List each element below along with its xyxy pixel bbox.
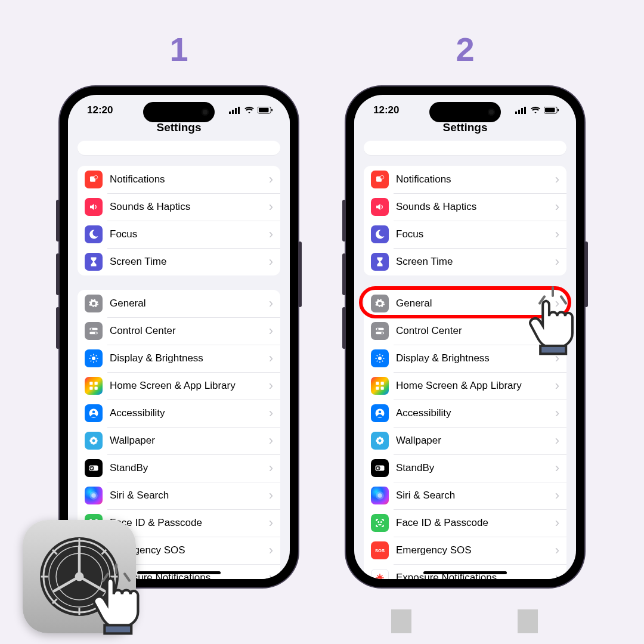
svg-point-8 <box>94 175 98 179</box>
svg-text:SOS: SOS <box>375 548 385 553</box>
settings-row-notifications[interactable]: Notifications › <box>364 166 566 193</box>
settings-row-accessibility[interactable]: Accessibility › <box>78 400 280 427</box>
svg-line-20 <box>96 355 97 357</box>
settings-row-standby[interactable]: StandBy › <box>78 454 280 482</box>
chevron-right-icon: › <box>555 352 559 365</box>
siri-icon <box>85 487 103 504</box>
svg-rect-5 <box>259 108 269 112</box>
svg-point-12 <box>95 332 97 334</box>
settings-row-accessibility[interactable]: Accessibility › <box>364 400 566 427</box>
settings-row-face-id-passcode[interactable]: Face ID & Passcode › <box>364 509 566 537</box>
home-indicator[interactable] <box>137 571 221 574</box>
settings-list[interactable]: Notifications › Sounds & Haptics › Focus… <box>354 166 576 579</box>
clock-icon <box>85 459 103 477</box>
svg-rect-22 <box>89 382 92 385</box>
settings-row-home-screen-app-library[interactable]: Home Screen & App Library › <box>364 372 566 400</box>
settings-row-label: Display & Brightness <box>396 352 555 364</box>
settings-row-label: Notifications <box>396 174 555 185</box>
settings-row-screen-time[interactable]: Screen Time › <box>78 248 280 275</box>
settings-row-display-brightness[interactable]: Display & Brightness › <box>78 345 280 372</box>
sos-icon: SOS <box>371 541 389 559</box>
chevron-right-icon: › <box>555 434 559 447</box>
settings-row-display-brightness[interactable]: Display & Brightness › <box>364 345 566 372</box>
chevron-right-icon: › <box>269 379 273 392</box>
svg-point-27 <box>92 411 95 414</box>
settings-row-notifications[interactable]: Notifications › <box>78 166 280 193</box>
settings-row-label: Wallpaper <box>396 435 555 447</box>
chevron-right-icon: › <box>269 352 273 365</box>
settings-row-emergency-sos[interactable]: SOS Emergency SOS › <box>364 537 566 564</box>
settings-app-icon[interactable] <box>23 520 136 633</box>
chevron-right-icon: › <box>555 324 559 338</box>
svg-point-36 <box>92 439 95 442</box>
decorative-square <box>518 609 538 633</box>
settings-list[interactable]: Notifications › Sounds & Haptics › Focus… <box>68 166 290 579</box>
clock-icon <box>371 459 389 477</box>
cellular-icon <box>515 107 527 114</box>
settings-row-sounds-haptics[interactable]: Sounds & Haptics › <box>364 193 566 221</box>
speaker-icon <box>371 198 389 216</box>
settings-row-sounds-haptics[interactable]: Sounds & Haptics › <box>78 193 280 221</box>
search-field[interactable] <box>364 141 566 155</box>
wifi-icon <box>244 107 255 114</box>
svg-rect-55 <box>515 112 517 114</box>
speaker-icon <box>85 198 103 216</box>
settings-row-control-center[interactable]: Control Center › <box>78 317 280 345</box>
chevron-right-icon: › <box>269 255 273 268</box>
step-number-1: 1 <box>169 30 188 69</box>
svg-rect-61 <box>558 109 559 112</box>
settings-row-label: Sounds & Haptics <box>110 201 269 213</box>
chevron-right-icon: › <box>269 462 273 475</box>
settings-row-focus[interactable]: Focus › <box>78 221 280 248</box>
dynamic-island <box>429 102 501 122</box>
settings-row-siri-search[interactable]: Siri & Search › <box>78 482 280 509</box>
dynamic-island <box>143 102 215 122</box>
settings-row-focus[interactable]: Focus › <box>364 221 566 248</box>
svg-line-76 <box>377 361 378 362</box>
chevron-right-icon: › <box>555 516 559 530</box>
settings-group-2: General › Control Center › Display & Bri… <box>364 290 566 579</box>
svg-line-18 <box>91 355 92 357</box>
settings-row-wallpaper[interactable]: Wallpaper › <box>78 427 280 454</box>
settings-row-home-screen-app-library[interactable]: Home Screen & App Library › <box>78 372 280 400</box>
settings-row-label: Sounds & Haptics <box>396 201 555 213</box>
flower-icon <box>85 432 103 450</box>
settings-row-label: Face ID & Passcode <box>396 517 555 529</box>
settings-group-1: Notifications › Sounds & Haptics › Focus… <box>364 166 566 275</box>
phone-screen: 12:20 Settings Notifications › Sounds & … <box>354 95 576 579</box>
switches-icon <box>85 322 103 340</box>
settings-row-label: StandBy <box>110 462 269 474</box>
hourglass-icon <box>371 253 389 271</box>
phone-frame: 12:20 Settings Notifications › Sounds & … <box>60 86 298 587</box>
search-field[interactable] <box>78 141 280 155</box>
settings-row-general[interactable]: General › <box>78 290 280 317</box>
chevron-right-icon: › <box>555 255 559 268</box>
svg-point-101 <box>377 575 382 579</box>
svg-line-108 <box>382 575 383 577</box>
home-indicator[interactable] <box>423 571 507 574</box>
settings-row-label: Wallpaper <box>110 435 269 447</box>
svg-point-13 <box>92 357 95 360</box>
hourglass-icon <box>85 253 103 271</box>
settings-row-label: Focus <box>110 228 269 240</box>
grid-icon <box>85 377 103 395</box>
svg-rect-6 <box>271 109 273 112</box>
svg-rect-77 <box>376 382 379 385</box>
settings-row-siri-search[interactable]: Siri & Search › <box>364 482 566 509</box>
settings-row-wallpaper[interactable]: Wallpaper › <box>364 427 566 454</box>
settings-row-control-center[interactable]: Control Center › <box>364 317 566 345</box>
svg-point-11 <box>91 328 92 330</box>
chevron-right-icon: › <box>555 571 559 579</box>
svg-line-21 <box>91 361 92 362</box>
settings-row-label: Emergency SOS <box>396 544 555 556</box>
svg-line-19 <box>96 361 97 362</box>
settings-row-standby[interactable]: StandBy › <box>364 454 566 482</box>
settings-row-label: Screen Time <box>396 256 555 268</box>
settings-row-general[interactable]: General › <box>364 290 566 317</box>
chevron-right-icon: › <box>269 434 273 447</box>
settings-group-1: Notifications › Sounds & Haptics › Focus… <box>78 166 280 275</box>
bell-badge-icon <box>85 171 103 188</box>
settings-row-screen-time[interactable]: Screen Time › <box>364 248 566 275</box>
chevron-right-icon: › <box>555 489 559 502</box>
chevron-right-icon: › <box>555 200 559 213</box>
